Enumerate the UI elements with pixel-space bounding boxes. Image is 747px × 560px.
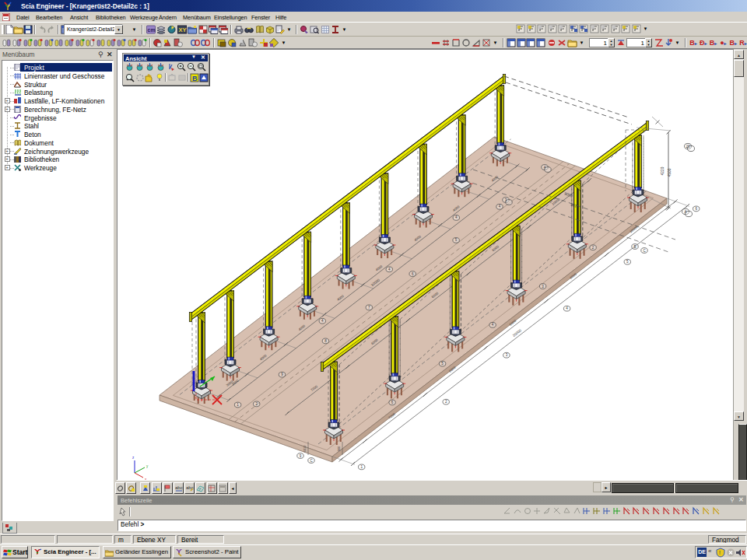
svg-text:4500: 4500 xyxy=(668,168,672,177)
svg-text:abc: abc xyxy=(175,485,183,490)
svg-text:XY: XY xyxy=(178,26,186,33)
svg-text:20000: 20000 xyxy=(512,328,523,338)
svg-text:y: y xyxy=(146,464,149,468)
svg-text:z: z xyxy=(132,456,135,460)
svg-text:6010: 6010 xyxy=(303,445,307,453)
svg-text:900: 900 xyxy=(337,446,341,451)
svg-text:A: A xyxy=(684,210,686,214)
svg-text:20: 20 xyxy=(686,145,690,149)
svg-text:cm: cm xyxy=(148,27,156,33)
svg-text:B: B xyxy=(633,245,636,249)
svg-text:4220: 4220 xyxy=(661,166,665,175)
svg-text:!: ! xyxy=(719,550,721,555)
svg-text:B: B xyxy=(192,75,198,82)
